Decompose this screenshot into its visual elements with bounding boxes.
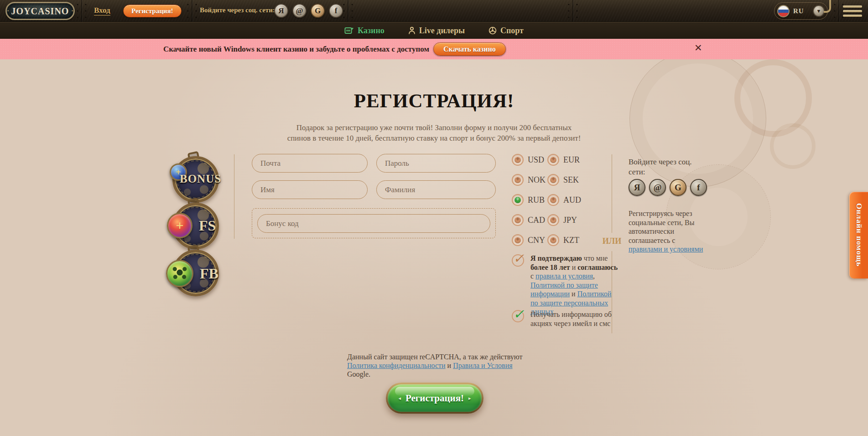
mailru-login-icon[interactable]: @ xyxy=(649,179,666,196)
football-orb-icon xyxy=(166,260,193,287)
age-bold: более 18 лет xyxy=(530,263,570,271)
joycasino-logo[interactable]: JOYCASINO xyxy=(5,2,75,20)
currency-label: NOK xyxy=(528,175,546,185)
badge-label: FB xyxy=(200,265,218,282)
register-submit-button[interactable]: ◂ Регистрация! ▸ xyxy=(388,384,482,412)
subtitle-line-1: Подарок за регистрацию уже почти твой! З… xyxy=(0,122,868,133)
privacy-policy-link[interactable]: Политика конфиденциальности xyxy=(347,362,446,369)
currency-options: USD EUR NOK SEK RUB AUD CAD JPY CNY KZT xyxy=(512,154,589,246)
tab-sport-label: Спорт xyxy=(500,26,524,36)
freebet-badge: FB xyxy=(172,250,219,296)
subtitle-line-2: спинов в течение 10 дней, бесплатную ста… xyxy=(0,133,868,143)
radio-icon[interactable] xyxy=(512,154,524,166)
age-terms-text: Я подтверждаю что мне более 18 лет и сог… xyxy=(530,254,619,316)
currency-option-aud[interactable]: AUD xyxy=(547,194,589,206)
currency-option-cad[interactable]: CAD xyxy=(512,214,547,226)
tab-casino[interactable]: Казино xyxy=(344,26,385,36)
radio-icon-selected[interactable] xyxy=(512,194,524,206)
slot-machine-icon xyxy=(344,27,354,35)
currency-option-kzt[interactable]: KZT xyxy=(547,234,589,246)
bonus-code-input[interactable] xyxy=(257,214,490,233)
currency-label: EUR xyxy=(563,155,580,165)
facebook-login-icon[interactable]: f xyxy=(690,179,707,196)
email-input[interactable] xyxy=(252,154,368,173)
close-icon[interactable]: ✕ xyxy=(694,43,702,53)
currency-option-sek[interactable]: SEK xyxy=(547,174,589,186)
google-terms-link[interactable]: Правила и Условия xyxy=(453,362,512,369)
login-link[interactable]: Вход xyxy=(94,6,110,16)
pipe-decoration xyxy=(824,0,831,13)
currency-option-usd[interactable]: USD xyxy=(512,154,547,166)
yandex-login-icon[interactable]: Я xyxy=(629,179,645,196)
radio-icon[interactable] xyxy=(547,174,559,186)
register-submit-frame[interactable]: ◂ Регистрация! ▸ xyxy=(386,383,483,414)
terms-link[interactable]: правила и условия xyxy=(535,272,593,280)
freespins-badge: + FS xyxy=(172,203,219,249)
language-selector[interactable]: RU ▼ xyxy=(774,2,828,20)
currency-option-jpy[interactable]: JPY xyxy=(547,214,589,226)
bonus-badge: + BONUS xyxy=(172,156,219,203)
topbar-social-buttons: Я @ G f xyxy=(274,4,343,18)
seam-divider xyxy=(192,0,192,22)
currency-option-eur[interactable]: EUR xyxy=(547,154,589,166)
facebook-login-icon[interactable]: f xyxy=(329,4,343,18)
agree-bold: соглашаюсь xyxy=(577,263,618,271)
radio-icon[interactable] xyxy=(512,214,524,226)
radio-icon[interactable] xyxy=(547,154,559,166)
radio-icon[interactable] xyxy=(547,234,559,246)
yandex-login-icon[interactable]: Я xyxy=(274,4,288,18)
seam-divider xyxy=(348,0,348,22)
password-input[interactable] xyxy=(376,154,496,173)
banner-text: Скачайте новый Windows клиент казино и з… xyxy=(163,45,429,54)
tab-live-dealers-label: Live дилеры xyxy=(419,26,465,36)
currency-label: AUD xyxy=(563,195,581,205)
age-terms-checkbox[interactable]: ✓ xyxy=(512,254,524,267)
terms-and-conditions-link[interactable]: правилами и условиями xyxy=(629,245,703,253)
currency-label: SEK xyxy=(563,175,579,185)
right-divider xyxy=(612,154,612,233)
tab-casino-label: Казино xyxy=(358,26,385,36)
mailru-login-icon[interactable]: @ xyxy=(292,4,307,18)
russia-flag-icon xyxy=(777,5,790,17)
download-client-banner: Скачайте новый Windows клиент казино и з… xyxy=(0,39,868,59)
confirm-bold: Я подтверждаю xyxy=(530,254,582,262)
badge-label: BONUS xyxy=(180,173,221,185)
radio-icon[interactable] xyxy=(512,234,524,246)
freespins-orb-icon: + xyxy=(167,213,192,238)
radio-icon[interactable] xyxy=(547,214,559,226)
radio-icon[interactable] xyxy=(547,194,559,206)
download-casino-button[interactable]: Скачать казино xyxy=(433,42,506,56)
last-name-input[interactable] xyxy=(376,180,496,199)
currency-label: CAD xyxy=(528,215,545,225)
registration-page: РЕГИСТРАЦИЯ! Подарок за регистрацию уже … xyxy=(0,59,868,436)
language-code: RU xyxy=(793,7,804,15)
currency-option-cny[interactable]: CNY xyxy=(512,234,547,246)
dealer-icon xyxy=(408,26,416,35)
promo-news-checkbox[interactable]: ✓ xyxy=(512,310,524,322)
tab-sport[interactable]: Спорт xyxy=(489,26,524,36)
register-submit-label: Регистрация! xyxy=(405,393,464,404)
currency-label: KZT xyxy=(563,236,579,245)
form-divider xyxy=(234,154,234,239)
page-subtitle: Подарок за регистрацию уже почти твой! З… xyxy=(0,122,868,143)
online-help-tab[interactable]: Онлайн помощь xyxy=(849,192,868,278)
menu-icon[interactable] xyxy=(843,5,862,19)
seam-divider xyxy=(838,0,839,22)
currency-label: RUB xyxy=(528,195,545,205)
top-bar: JOYCASINO Вход Регистрация! Войдите чере… xyxy=(0,0,868,22)
first-name-input[interactable] xyxy=(252,180,368,199)
chevron-down-icon[interactable]: ▼ xyxy=(813,5,825,17)
radio-icon[interactable] xyxy=(512,174,524,186)
currency-option-nok[interactable]: NOK xyxy=(512,174,547,186)
right-arrow-icon: ▸ xyxy=(468,395,471,401)
page-title: РЕГИСТРАЦИЯ! xyxy=(0,89,868,112)
currency-label: JPY xyxy=(563,215,577,225)
social-login-buttons: Я @ G f xyxy=(629,179,707,196)
tab-live-dealers[interactable]: Live дилеры xyxy=(408,26,465,36)
google-login-icon[interactable]: G xyxy=(670,179,686,196)
google-login-icon[interactable]: G xyxy=(311,4,325,18)
currency-option-rub[interactable]: RUB xyxy=(512,194,547,206)
seam-divider xyxy=(81,0,82,22)
register-topbar-button[interactable]: Регистрация! xyxy=(123,5,182,17)
currency-label: CNY xyxy=(528,236,545,245)
